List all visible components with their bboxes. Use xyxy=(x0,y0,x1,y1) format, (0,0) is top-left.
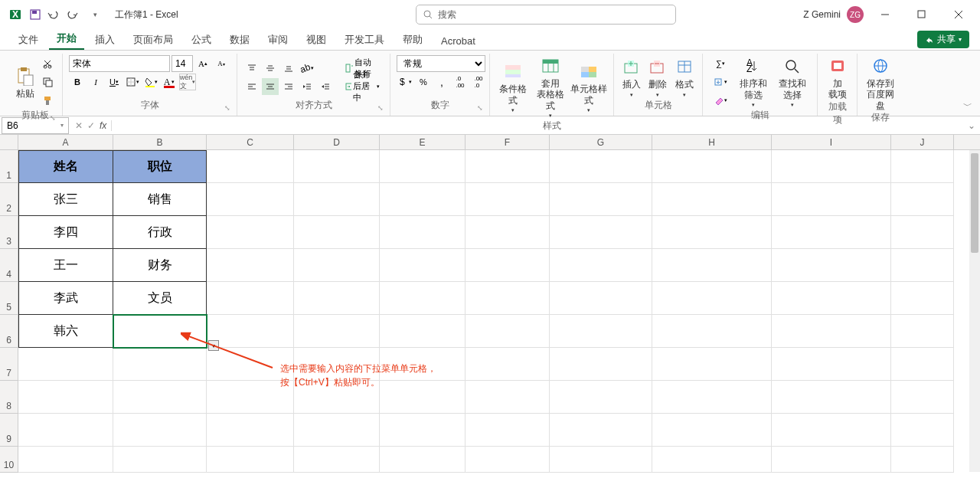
cell-B9[interactable] xyxy=(113,414,207,447)
cell-H3[interactable] xyxy=(652,216,772,249)
cell-F10[interactable] xyxy=(466,447,550,473)
col-header-A[interactable]: A xyxy=(18,135,113,149)
validation-dropdown-icon[interactable]: ▾ xyxy=(208,340,219,351)
cell-H9[interactable] xyxy=(652,414,772,447)
cell-A10[interactable] xyxy=(18,447,113,473)
cell-G7[interactable] xyxy=(550,348,652,381)
cell-H5[interactable] xyxy=(652,282,772,315)
cell-I10[interactable] xyxy=(772,447,891,473)
tab-formulas[interactable]: 公式 xyxy=(184,30,219,50)
cell-I1[interactable] xyxy=(772,150,891,183)
cell-H2[interactable] xyxy=(652,183,772,216)
table-cell-r2-c1[interactable]: 财务 xyxy=(113,249,207,282)
find-select-button[interactable]: 查找和选择▾ xyxy=(775,55,812,108)
tab-help[interactable]: 帮助 xyxy=(395,30,430,50)
tab-review[interactable]: 审阅 xyxy=(260,30,296,50)
decrease-indent-icon[interactable] xyxy=(299,78,315,95)
clear-icon[interactable]: ▾ xyxy=(709,92,732,109)
close-button[interactable] xyxy=(943,3,974,26)
sort-filter-button[interactable]: AZ 排序和筛选▾ xyxy=(735,55,772,108)
qat-customize-icon[interactable]: ▾ xyxy=(86,5,104,24)
border-button[interactable]: ▾ xyxy=(124,74,141,90)
cell-G5[interactable] xyxy=(550,282,652,315)
cell-I3[interactable] xyxy=(772,216,891,249)
tab-insert[interactable]: 插入 xyxy=(87,30,122,50)
select-all-corner[interactable] xyxy=(0,135,18,149)
table-cell-r0-c1[interactable]: 销售 xyxy=(113,183,207,216)
tab-data[interactable]: 数据 xyxy=(222,30,257,50)
cell-A8[interactable] xyxy=(18,381,113,414)
excel-icon[interactable]: X xyxy=(6,5,24,24)
insert-cells-button[interactable]: 插入▾ xyxy=(620,56,643,98)
decrease-decimal-icon[interactable]: .00.0 xyxy=(470,74,487,90)
phonetic-button[interactable]: wén文▾ xyxy=(179,74,196,90)
cell-F4[interactable] xyxy=(466,249,550,282)
col-header-J[interactable]: J xyxy=(891,135,954,149)
cell-F2[interactable] xyxy=(466,183,550,216)
cell-F5[interactable] xyxy=(466,282,550,315)
autosum-icon[interactable]: ∑▾ xyxy=(709,55,732,72)
cell-J2[interactable] xyxy=(891,183,954,216)
cell-F9[interactable] xyxy=(466,414,550,447)
orientation-icon[interactable]: ab▾ xyxy=(299,60,315,77)
cell-G6[interactable] xyxy=(550,315,652,348)
cell-B8[interactable] xyxy=(113,381,207,414)
row-header-7[interactable]: 7 xyxy=(0,348,18,381)
row-header-6[interactable]: 6 xyxy=(0,315,18,348)
cell-C1[interactable] xyxy=(207,150,294,183)
cell-styles-button[interactable]: 单元格样式▾ xyxy=(570,61,607,113)
col-header-C[interactable]: C xyxy=(207,135,294,149)
cell-J3[interactable] xyxy=(891,216,954,249)
cell-E10[interactable] xyxy=(380,447,466,473)
cell-C10[interactable] xyxy=(207,447,294,473)
minimize-button[interactable] xyxy=(870,3,900,26)
search-box[interactable]: 搜索 xyxy=(416,5,676,25)
save-baidu-button[interactable]: 保存到 百度网盘 xyxy=(864,55,897,111)
row-header-5[interactable]: 5 xyxy=(0,282,18,315)
table-cell-r0-c0[interactable]: 张三 xyxy=(18,183,113,216)
cell-C9[interactable] xyxy=(207,414,294,447)
table-cell-r4-c1[interactable] xyxy=(113,315,207,348)
cell-G8[interactable] xyxy=(550,381,652,414)
maximize-button[interactable] xyxy=(906,3,937,26)
col-header-H[interactable]: H xyxy=(652,135,772,149)
cell-E1[interactable] xyxy=(380,150,466,183)
align-left-icon[interactable] xyxy=(243,78,260,95)
cell-H8[interactable] xyxy=(652,381,772,414)
cell-I7[interactable] xyxy=(772,348,891,381)
share-button[interactable]: 共享 ▾ xyxy=(917,31,969,48)
cell-J6[interactable] xyxy=(891,315,954,348)
col-header-E[interactable]: E xyxy=(380,135,466,149)
comma-icon[interactable]: , xyxy=(433,74,450,90)
row-header-9[interactable]: 9 xyxy=(0,414,18,447)
cell-J1[interactable] xyxy=(891,150,954,183)
cell-J4[interactable] xyxy=(891,249,954,282)
paste-button[interactable]: 粘贴 xyxy=(14,65,36,99)
cell-D9[interactable] xyxy=(294,414,380,447)
merge-button[interactable]: 合并后居中▾ xyxy=(341,78,384,95)
cell-A9[interactable] xyxy=(18,414,113,447)
avatar[interactable]: ZG xyxy=(847,6,864,23)
cell-F8[interactable] xyxy=(466,381,550,414)
table-cell-r1-c0[interactable]: 李四 xyxy=(18,216,113,249)
table-cell-r3-c1[interactable]: 文员 xyxy=(113,282,207,315)
format-cells-button[interactable]: 格式▾ xyxy=(673,56,696,98)
cell-G2[interactable] xyxy=(550,183,652,216)
row-header-4[interactable]: 4 xyxy=(0,249,18,282)
cell-A7[interactable] xyxy=(18,348,113,381)
tab-dev[interactable]: 开发工具 xyxy=(337,30,392,50)
cell-C4[interactable] xyxy=(207,249,294,282)
cell-D10[interactable] xyxy=(294,447,380,473)
vertical-scrollbar[interactable] xyxy=(969,150,980,472)
font-color-button[interactable]: A▾ xyxy=(161,74,178,90)
col-header-B[interactable]: B xyxy=(113,135,207,149)
number-launcher-icon[interactable]: ⤡ xyxy=(477,104,483,112)
tab-acrobat[interactable]: Acrobat xyxy=(433,32,483,50)
cut-icon[interactable] xyxy=(39,55,56,72)
cell-I6[interactable] xyxy=(772,315,891,348)
cell-D5[interactable] xyxy=(294,282,380,315)
align-launcher-icon[interactable]: ⤡ xyxy=(377,104,384,112)
table-header-0[interactable]: 姓名 xyxy=(18,150,113,183)
cell-D1[interactable] xyxy=(294,150,380,183)
cell-D2[interactable] xyxy=(294,183,380,216)
